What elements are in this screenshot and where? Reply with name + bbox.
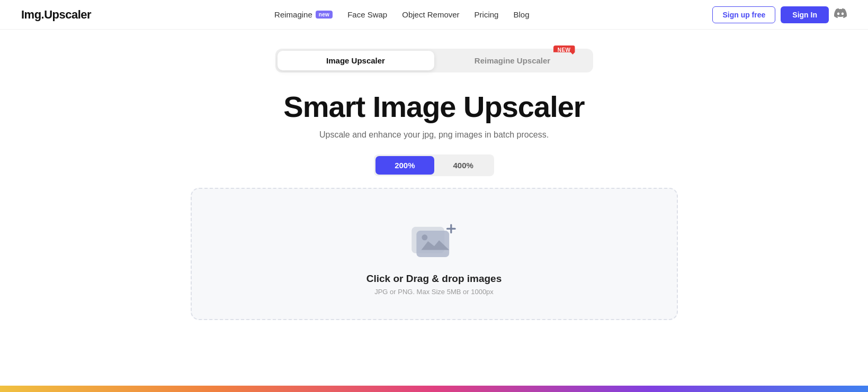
- navbar: Img.Upscaler Reimagine new Face Swap Obj…: [0, 0, 868, 30]
- tab-reimagine-upscaler[interactable]: Reimagine Upscaler NEW: [434, 51, 591, 70]
- new-badge: new: [316, 11, 333, 19]
- nav-link-label: Reimagine: [274, 10, 312, 19]
- bottom-color-bar: [0, 386, 868, 392]
- scale-200-button[interactable]: 200%: [375, 156, 434, 175]
- scale-options: 200% 400%: [374, 154, 494, 176]
- nav-link-label: Object Remover: [402, 10, 459, 19]
- upload-dropzone[interactable]: Click or Drag & drop images JPG or PNG. …: [191, 188, 678, 320]
- signup-button[interactable]: Sign up free: [712, 6, 775, 23]
- nav-item-reimagine[interactable]: Reimagine new: [274, 10, 333, 19]
- nav-item-pricing[interactable]: Pricing: [475, 10, 499, 19]
- upload-images-icon: [408, 216, 461, 261]
- dropzone-subtitle: JPG or PNG. Max Size 5MB or 1000px: [374, 288, 494, 296]
- nav-link-label: Blog: [513, 10, 529, 19]
- nav-actions: Sign up free Sign In: [712, 6, 847, 23]
- svg-point-2: [422, 234, 427, 240]
- new-tab-badge: NEW: [553, 45, 575, 54]
- tab-label: Reimagine Upscaler: [475, 56, 550, 65]
- discord-icon[interactable]: [834, 7, 847, 22]
- hero-title: Smart Image Upscaler: [283, 89, 584, 124]
- nav-item-objectremover[interactable]: Object Remover: [402, 10, 459, 19]
- tab-label: Image Upscaler: [326, 56, 385, 65]
- logo[interactable]: Img.Upscaler: [21, 8, 91, 22]
- signin-button[interactable]: Sign In: [781, 6, 829, 23]
- main-content: Image Upscaler Reimagine Upscaler NEW Sm…: [0, 30, 868, 320]
- nav-link-label: Face Swap: [347, 10, 387, 19]
- upload-icon-container: [408, 216, 461, 263]
- nav-item-blog[interactable]: Blog: [513, 10, 529, 19]
- dropzone-title: Click or Drag & drop images: [366, 273, 502, 285]
- nav-link-label: Pricing: [475, 10, 499, 19]
- tab-switcher: Image Upscaler Reimagine Upscaler NEW: [275, 49, 593, 72]
- nav-links: Reimagine new Face Swap Object Remover P…: [274, 10, 529, 19]
- svg-rect-1: [416, 231, 449, 257]
- hero-subtitle: Upscale and enhance your jpg, png images…: [319, 130, 549, 140]
- scale-400-button[interactable]: 400%: [434, 156, 493, 175]
- tab-image-upscaler[interactable]: Image Upscaler: [278, 51, 434, 70]
- nav-item-faceswap[interactable]: Face Swap: [347, 10, 387, 19]
